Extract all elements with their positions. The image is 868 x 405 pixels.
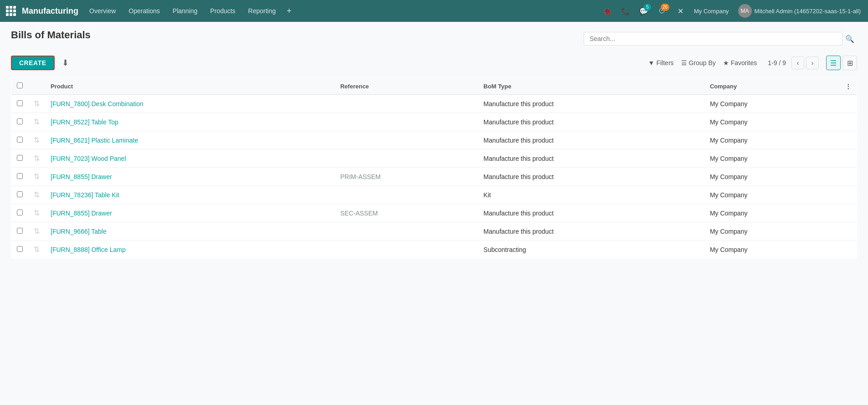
row-bom-type-0: Manufacture this product [478,95,704,113]
row-more-5[interactable] [840,186,857,204]
row-reference-3 [335,149,478,168]
row-bom-type-3: Manufacture this product [478,149,704,168]
group-by-button[interactable]: ☰ Group By [681,59,716,67]
row-product-4[interactable]: [FURN_8855] Drawer [45,168,335,186]
row-handle-3[interactable]: ⇅ [28,149,45,168]
row-product-5[interactable]: [FURN_78236] Table Kit [45,186,335,204]
table-row: ⇅ [FURN_8621] Plastic Laminate Manufactu… [11,131,857,149]
row-handle-5[interactable]: ⇅ [28,186,45,204]
table-row: ⇅ [FURN_8855] Drawer SEC-ASSEM Manufactu… [11,204,857,222]
row-company-0: My Company [704,95,840,113]
bug-icon[interactable]: 🐞 [599,3,616,19]
row-checkbox-6[interactable] [11,204,29,222]
row-company-5: My Company [704,186,840,204]
page-title: Bills of Materials [11,29,91,41]
row-company-6: My Company [704,204,840,222]
nav-reporting[interactable]: Reporting [243,0,282,22]
row-product-7[interactable]: [FURN_9666] Table [45,222,335,241]
nav-products[interactable]: Products [205,0,241,22]
row-more-1[interactable] [840,113,857,131]
row-company-1: My Company [704,113,840,131]
row-handle-7[interactable]: ⇅ [28,222,45,241]
row-handle-1[interactable]: ⇅ [28,113,45,131]
row-checkbox-8[interactable] [11,241,29,259]
activity-badge: 26 [661,4,669,11]
row-company-7: My Company [704,222,840,241]
row-reference-6: SEC-ASSEM [335,204,478,222]
row-more-7[interactable] [840,222,857,241]
row-company-3: My Company [704,149,840,168]
header-select-all[interactable] [11,78,29,95]
table-row: ⇅ [FURN_7023] Wood Panel Manufacture thi… [11,149,857,168]
header-bom-type: BoM Type [478,78,704,95]
row-product-2[interactable]: [FURN_8621] Plastic Laminate [45,131,335,149]
row-company-4: My Company [704,168,840,186]
row-checkbox-2[interactable] [11,131,29,149]
pagination-prev[interactable]: ‹ [791,56,804,69]
row-product-6[interactable]: [FURN_8855] Drawer [45,204,335,222]
row-handle-6[interactable]: ⇅ [28,204,45,222]
row-company-2: My Company [704,131,840,149]
filter-group: ▼ Filters ☰ Group By ★ Favorites [648,59,757,67]
row-checkbox-3[interactable] [11,149,29,168]
company-label[interactable]: My Company [690,8,733,15]
chat-icon[interactable]: 💬 5 [636,3,652,19]
activity-icon[interactable]: ⏱ 26 [654,3,670,19]
header-product: Product [45,78,335,95]
search-icon[interactable]: 🔍 [842,31,857,46]
row-reference-2 [335,131,478,149]
filters-button[interactable]: ▼ Filters [648,59,674,67]
row-product-8[interactable]: [FURN_8888] Office Lamp [45,241,335,259]
download-button[interactable]: ⬇ [58,56,72,70]
row-more-4[interactable] [840,168,857,186]
row-more-6[interactable] [840,204,857,222]
nav-add[interactable]: + [283,0,295,22]
nav-operations[interactable]: Operations [123,0,165,22]
favorites-button[interactable]: ★ Favorites [723,59,757,67]
nav-planning[interactable]: Planning [167,0,203,22]
create-button[interactable]: CREATE [11,56,55,70]
table-row: ⇅ [FURN_7800] Desk Combination Manufactu… [11,95,857,113]
table-row: ⇅ [FURN_8522] Table Top Manufacture this… [11,113,857,131]
row-product-0[interactable]: [FURN_7800] Desk Combination [45,95,335,113]
row-checkbox-5[interactable] [11,186,29,204]
nav-icon-group: 🐞 📞 💬 5 ⏱ 26 ✕ [599,3,688,19]
row-reference-8 [335,241,478,259]
row-handle-2[interactable]: ⇅ [28,131,45,149]
header-more[interactable]: ⋮ [840,78,857,95]
row-handle-8[interactable]: ⇅ [28,241,45,259]
row-more-3[interactable] [840,149,857,168]
row-company-8: My Company [704,241,840,259]
header-reference: Reference [335,78,478,95]
row-bom-type-5: Kit [478,186,704,204]
row-checkbox-0[interactable] [11,95,29,113]
search-input[interactable] [584,32,842,46]
row-more-2[interactable] [840,131,857,149]
star-icon: ★ [723,59,729,67]
row-checkbox-7[interactable] [11,222,29,241]
filter-icon: ▼ [648,59,655,67]
row-more-0[interactable] [840,95,857,113]
row-more-8[interactable] [840,241,857,259]
row-handle-0[interactable]: ⇅ [28,95,45,113]
phone-icon[interactable]: 📞 [617,3,634,19]
row-checkbox-1[interactable] [11,113,29,131]
apps-grid-icon[interactable] [4,3,20,19]
row-reference-4: PRIM-ASSEM [335,168,478,186]
table-row: ⇅ [FURN_78236] Table Kit Kit My Company [11,186,857,204]
row-bom-type-7: Manufacture this product [478,222,704,241]
kanban-view-button[interactable]: ⊞ [842,56,857,70]
row-product-3[interactable]: [FURN_7023] Wood Panel [45,149,335,168]
user-profile[interactable]: MA Mitchell Admin (14657202-saas-15-1-al… [734,4,864,18]
nav-overview[interactable]: Overview [84,0,121,22]
header-handle [28,78,45,95]
select-all-checkbox[interactable] [17,82,23,88]
list-icon: ☰ [681,59,687,67]
row-checkbox-4[interactable] [11,168,29,186]
close-icon[interactable]: ✕ [672,3,688,19]
row-product-1[interactable]: [FURN_8522] Table Top [45,113,335,131]
row-reference-5 [335,186,478,204]
row-handle-4[interactable]: ⇅ [28,168,45,186]
list-view-button[interactable]: ☰ [826,56,841,70]
pagination-next[interactable]: › [806,56,819,69]
